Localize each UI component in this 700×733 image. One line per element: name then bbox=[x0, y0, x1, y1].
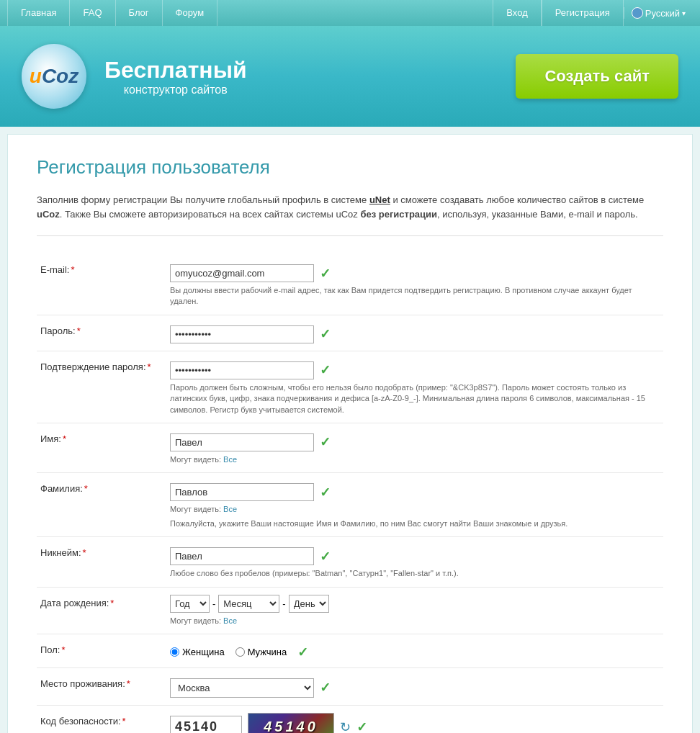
intro-text: Заполнив форму регистрации Вы получите г… bbox=[37, 193, 663, 236]
logo-circle: uCoz bbox=[22, 44, 86, 109]
captcha-field-row: 45140 ↻ ✓ bbox=[170, 713, 660, 733]
birthday-visibility-link[interactable]: Все bbox=[223, 616, 237, 625]
birthday-year-select[interactable]: Год 199019911992199319941995 bbox=[170, 595, 210, 613]
email-field-row: ✓ bbox=[170, 261, 660, 282]
birthday-day-select[interactable]: День 12345 678910 bbox=[289, 595, 329, 613]
password-input[interactable] bbox=[170, 325, 314, 343]
email-field-cell: ✓ Вы должны ввести рабочий e-mail адрес,… bbox=[166, 254, 663, 315]
name-can-see: Могут видеть: Все bbox=[170, 454, 660, 465]
nickname-hint: Любое слово без пробелов (примеры: "Batm… bbox=[170, 568, 660, 579]
required-mark: * bbox=[127, 678, 130, 689]
gender-male-text: Мужчина bbox=[248, 647, 287, 657]
nickname-field-row: ✓ bbox=[170, 544, 660, 565]
required-mark: * bbox=[110, 598, 114, 608]
gender-label: Пол:* bbox=[37, 634, 166, 667]
nav-home[interactable]: Главная bbox=[7, 0, 70, 26]
gender-male-label[interactable]: Мужчина bbox=[235, 647, 287, 657]
gender-male-radio[interactable] bbox=[235, 647, 245, 657]
site-tagline: Бесплатный конструктор сайтов bbox=[104, 57, 247, 96]
gender-female-label[interactable]: Женщина bbox=[170, 647, 225, 657]
required-mark: * bbox=[63, 433, 66, 444]
location-field-cell: Москва Санкт-Петербург Новосибирск Екате… bbox=[166, 667, 663, 705]
surname-row: Фамилия:* ✓ Могут видеть: Все Пожалуйста… bbox=[37, 473, 663, 537]
logo-area: uCoz Бесплатный конструктор сайтов bbox=[22, 44, 247, 109]
surname-field-row: ✓ bbox=[170, 480, 660, 501]
gender-row: Пол:* Женщина Мужчина ✓ bbox=[37, 634, 663, 667]
location-select[interactable]: Москва Санкт-Петербург Новосибирск Екате… bbox=[170, 678, 314, 698]
logo-text: uCoz bbox=[30, 65, 78, 88]
gender-female-text: Женщина bbox=[182, 647, 225, 657]
nav-right: Вход Регистрация Русский ▾ bbox=[493, 0, 693, 26]
captcha-field-cell: 45140 ↻ ✓ bbox=[166, 705, 663, 733]
email-checkmark: ✓ bbox=[320, 266, 331, 282]
captcha-row: Код безопасности:* 45140 ↻ ✓ bbox=[37, 705, 663, 733]
password-field-row: ✓ bbox=[170, 323, 660, 343]
name-label: Имя:* bbox=[37, 423, 166, 472]
required-mark: * bbox=[62, 644, 66, 655]
password-checkmark: ✓ bbox=[320, 326, 331, 342]
gender-female-radio[interactable] bbox=[170, 647, 179, 657]
password-label: Пароль:* bbox=[37, 315, 166, 351]
birthday-month-select[interactable]: Месяц ЯнварьФевральМартАпрель МайИюньИюл… bbox=[218, 595, 279, 613]
surname-visibility-link[interactable]: Все bbox=[223, 505, 237, 513]
required-mark: * bbox=[148, 361, 151, 372]
nav-login[interactable]: Вход bbox=[493, 0, 541, 26]
required-mark: * bbox=[83, 547, 86, 558]
nav-forum[interactable]: Форум bbox=[163, 0, 218, 26]
chevron-down-icon: ▾ bbox=[682, 9, 686, 17]
tagline-sub: конструктор сайтов bbox=[104, 84, 247, 96]
unet-link[interactable]: uNet bbox=[369, 194, 390, 205]
location-field-row: Москва Санкт-Петербург Новосибирск Екате… bbox=[170, 675, 660, 698]
site-header: uCoz Бесплатный конструктор сайтов Созда… bbox=[0, 26, 700, 127]
birthday-field-cell: Год 199019911992199319941995 - Месяц Янв… bbox=[166, 587, 663, 634]
confirm-password-label: Подтверждение пароля:* bbox=[37, 351, 166, 423]
logo-coz: Coz bbox=[42, 65, 78, 87]
logo-u: u bbox=[30, 65, 42, 87]
tagline-main: Бесплатный bbox=[104, 57, 247, 84]
captcha-input[interactable] bbox=[170, 716, 242, 733]
nav-faq[interactable]: FAQ bbox=[70, 0, 115, 26]
nickname-input[interactable] bbox=[170, 547, 314, 565]
nav-left: Главная FAQ Блог Форум bbox=[7, 0, 217, 26]
language-selector[interactable]: Русский ▾ bbox=[624, 7, 693, 19]
nickname-checkmark: ✓ bbox=[320, 549, 331, 565]
confirm-password-row: Подтверждение пароля:* ✓ Пароль должен б… bbox=[37, 351, 663, 423]
nav-register[interactable]: Регистрация bbox=[542, 0, 624, 26]
nickname-row: Никнейм:* ✓ Любое слово без пробелов (пр… bbox=[37, 537, 663, 587]
surname-can-see: Могут видеть: Все bbox=[170, 504, 660, 515]
location-label: Место проживания:* bbox=[37, 667, 166, 705]
email-row: E-mail:* ✓ Вы должны ввести рабочий e-ma… bbox=[37, 254, 663, 315]
nav-blog[interactable]: Блог bbox=[116, 0, 163, 26]
gender-radio-group: Женщина Мужчина ✓ bbox=[170, 642, 660, 660]
password-hint: Пароль должен быть сложным, чтобы его не… bbox=[170, 382, 660, 415]
confirm-password-input[interactable] bbox=[170, 361, 314, 379]
captcha-refresh-button[interactable]: ↻ bbox=[340, 719, 351, 733]
captcha-label: Код безопасности:* bbox=[37, 705, 166, 733]
password-row: Пароль:* ✓ bbox=[37, 315, 663, 351]
name-visibility-link[interactable]: Все bbox=[223, 455, 237, 464]
email-label: E-mail:* bbox=[37, 254, 166, 315]
main-content: Регистрация пользователя Заполнив форму … bbox=[7, 134, 693, 733]
required-mark: * bbox=[84, 483, 88, 494]
email-input[interactable] bbox=[170, 264, 314, 282]
name-input[interactable] bbox=[170, 433, 314, 451]
password-field-cell: ✓ bbox=[166, 315, 663, 351]
name-field-cell: ✓ Могут видеть: Все bbox=[166, 423, 663, 472]
surname-label: Фамилия:* bbox=[37, 473, 166, 537]
dash2: - bbox=[282, 598, 285, 609]
birthday-selects: Год 199019911992199319941995 - Месяц Янв… bbox=[170, 595, 660, 613]
name-field-row: ✓ bbox=[170, 431, 660, 451]
gender-field-cell: Женщина Мужчина ✓ bbox=[166, 634, 663, 667]
dash1: - bbox=[212, 598, 215, 609]
nickname-field-cell: ✓ Любое слово без пробелов (примеры: "Ba… bbox=[166, 537, 663, 587]
location-row: Место проживания:* Москва Санкт-Петербур… bbox=[37, 667, 663, 705]
captcha-image: 45140 bbox=[248, 713, 334, 733]
birthday-row: Дата рождения:* Год 19901991199219931994… bbox=[37, 587, 663, 634]
create-site-button[interactable]: Создать сайт bbox=[516, 54, 678, 99]
page-title: Регистрация пользователя bbox=[37, 156, 663, 179]
surname-input[interactable] bbox=[170, 483, 314, 501]
email-hint: Вы должны ввести рабочий e-mail адрес, т… bbox=[170, 285, 660, 307]
name-checkmark: ✓ bbox=[320, 434, 331, 450]
name-row: Имя:* ✓ Могут видеть: Все bbox=[37, 423, 663, 472]
confirm-password-checkmark: ✓ bbox=[320, 362, 331, 378]
